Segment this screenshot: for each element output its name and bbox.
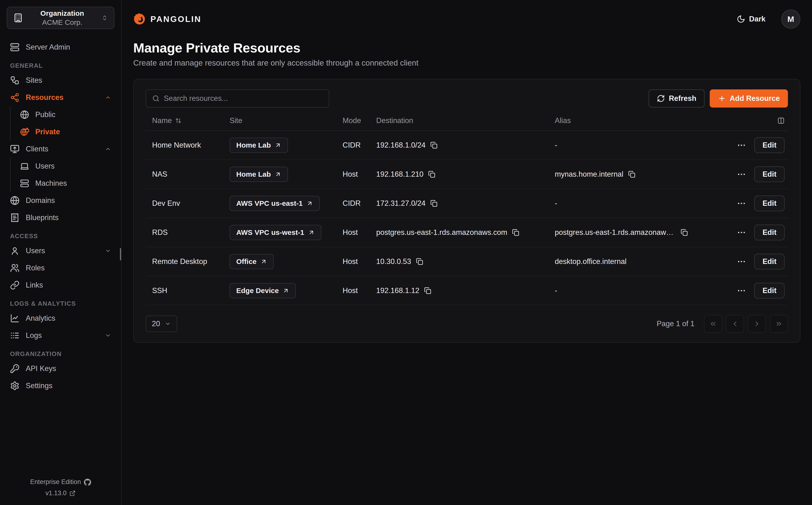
cell-name: Dev Env (152, 199, 230, 208)
sort-icon (175, 118, 181, 124)
edit-button[interactable]: Edit (754, 166, 785, 182)
resources-card: Refresh Add Resource Name (133, 79, 800, 343)
sidebar-item-clients[interactable]: Clients (7, 140, 115, 158)
refresh-icon (657, 95, 665, 103)
cell-alias: postgres.us-east-1.rds.amazonaws.com (555, 228, 688, 237)
table-row: Home Network Home Lab CIDR 192.168.1.0/2… (146, 131, 788, 160)
edit-button[interactable]: Edit (754, 254, 785, 270)
column-header-site: Site (230, 116, 343, 125)
column-header-name[interactable]: Name (152, 116, 230, 125)
chevrons-left-icon (709, 320, 717, 328)
sidebar-item-resources[interactable]: Resources (7, 89, 115, 106)
page-size-select[interactable]: 20 (146, 315, 177, 332)
ellipsis-icon (737, 286, 746, 295)
refresh-button[interactable]: Refresh (649, 90, 704, 108)
theme-toggle-button[interactable]: Dark (737, 15, 766, 23)
sidebar-scrollbar[interactable] (120, 248, 121, 261)
org-switcher[interactable]: Organization ACME Corp. (7, 7, 115, 29)
header-right: Dark M (737, 10, 800, 29)
copy-destination-button[interactable] (424, 287, 431, 294)
site-link[interactable]: Office (230, 254, 274, 269)
edit-button[interactable]: Edit (754, 195, 785, 211)
cell-actions: Edit (688, 166, 788, 182)
sidebar-item-machines[interactable]: Machines (10, 175, 115, 192)
site-link[interactable]: AWS VPC us-west-1 (230, 225, 322, 240)
org-value: ACME Corp. (28, 18, 96, 27)
site-link[interactable]: Edge Device (230, 283, 296, 298)
sidebar-item-users[interactable]: Users (7, 242, 115, 260)
chevron-down-icon (105, 332, 111, 339)
copy-destination-button[interactable] (416, 258, 423, 265)
sidebar-item-domains[interactable]: Domains (7, 192, 115, 209)
row-menu-button[interactable] (737, 286, 746, 295)
table-body: Home Network Home Lab CIDR 192.168.1.0/2… (146, 131, 788, 305)
sidebar-footer: Enterprise Edition v1.13.0 (0, 478, 121, 497)
chevron-down-icon (165, 321, 171, 327)
sidebar-item-api-keys[interactable]: API Keys (7, 360, 115, 377)
sidebar-item-public[interactable]: Public (10, 106, 115, 123)
site-link[interactable]: AWS VPC us-east-1 (230, 196, 320, 211)
table-row: NAS Home Lab Host 192.168.1.210 mynas.ho… (146, 160, 788, 189)
copy-alias-button[interactable] (628, 171, 635, 178)
sidebar-item-private[interactable]: Private (10, 123, 115, 140)
next-page-button[interactable] (748, 315, 766, 333)
cell-destination: postgres.us-east-1.rds.amazonaws.com (376, 228, 555, 237)
arrow-up-right-icon (260, 258, 267, 265)
sidebar-item-blueprints[interactable]: Blueprints (7, 209, 115, 226)
cell-site: Home Lab (230, 167, 343, 182)
column-header-alias: Alias (555, 116, 688, 125)
sidebar-item-settings[interactable]: Settings (7, 377, 115, 394)
first-page-button[interactable] (704, 315, 722, 333)
copy-destination-button[interactable] (430, 200, 437, 207)
copy-destination-button[interactable] (428, 171, 435, 178)
pangolin-logo-icon (133, 13, 146, 25)
ellipsis-icon (737, 228, 746, 237)
copy-alias-button[interactable] (681, 229, 688, 236)
sidebar-item-links[interactable]: Links (7, 277, 115, 294)
edit-button[interactable]: Edit (754, 283, 785, 299)
resources-submenu: Public Private (10, 106, 115, 140)
top-bar: PANGOLIN Dark M (133, 0, 800, 38)
sidebar-item-roles[interactable]: Roles (7, 260, 115, 277)
avatar[interactable]: M (781, 10, 800, 29)
sidebar-item-logs[interactable]: Logs (7, 327, 115, 344)
row-menu-button[interactable] (737, 170, 746, 179)
cell-mode: Host (343, 170, 376, 179)
site-link[interactable]: Home Lab (230, 167, 288, 182)
cell-actions: Edit (688, 224, 788, 240)
chevron-left-icon (731, 320, 739, 328)
site-link[interactable]: Home Lab (230, 138, 288, 153)
sidebar-item-sites[interactable]: Sites (7, 72, 115, 89)
add-resource-button[interactable]: Add Resource (710, 90, 788, 108)
column-settings (688, 117, 788, 124)
search-input[interactable] (164, 94, 323, 103)
section-access: ACCESS (10, 232, 111, 240)
plus-icon (718, 95, 726, 103)
sidebar-item-analytics[interactable]: Analytics (7, 310, 115, 327)
copy-destination-button[interactable] (512, 229, 519, 236)
link-icon (10, 281, 20, 290)
row-menu-button[interactable] (737, 257, 746, 266)
chevron-down-icon (105, 248, 111, 254)
last-page-button[interactable] (770, 315, 788, 333)
logs-icon (10, 331, 20, 340)
row-menu-button[interactable] (737, 228, 746, 237)
page-subtitle: Create and manage resources that are onl… (133, 58, 800, 67)
copy-destination-button[interactable] (430, 142, 437, 149)
row-menu-button[interactable] (737, 199, 746, 208)
cell-site: Edge Device (230, 283, 343, 298)
ellipsis-icon (737, 257, 746, 266)
previous-page-button[interactable] (726, 315, 744, 333)
copy-icon (430, 200, 437, 207)
edit-button[interactable]: Edit (754, 137, 785, 153)
external-link-icon[interactable] (69, 490, 75, 496)
row-menu-button[interactable] (737, 140, 746, 150)
toolbar-actions: Refresh Add Resource (649, 90, 788, 108)
search-box[interactable] (146, 90, 329, 108)
columns-button[interactable] (777, 117, 785, 124)
edit-button[interactable]: Edit (754, 224, 785, 240)
sidebar-item-server-admin[interactable]: Server Admin (7, 39, 115, 56)
sidebar-item-client-users[interactable]: Users (10, 158, 115, 175)
github-icon[interactable] (84, 479, 91, 486)
app-root: Organization ACME Corp. Server Admin GEN… (0, 0, 812, 505)
